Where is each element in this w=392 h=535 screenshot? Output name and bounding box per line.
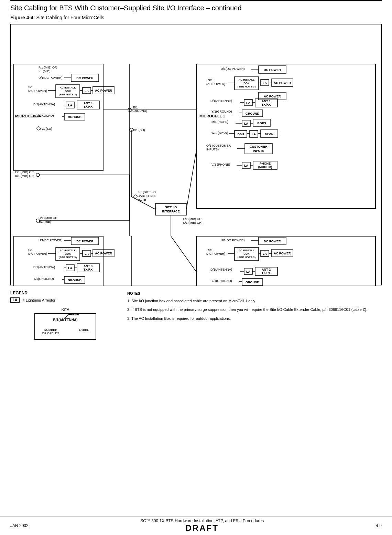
ant4-box: ANT 4 (84, 102, 92, 105)
la-description: = Lightning Arrestor (22, 298, 55, 302)
ac-power-mc3: AC POWER (95, 252, 112, 255)
g1-mib-label: G/1 (MIB) OR (39, 216, 58, 220)
la-mc2-ac: LA (263, 252, 267, 255)
svg-point-30 (134, 195, 137, 198)
footer-page: 4-9 (376, 523, 382, 528)
svg-text:NOTE: NOTE (138, 198, 146, 201)
la-mc3-ant: LA (68, 266, 72, 270)
svg-text:(MODEM): (MODEM) (258, 165, 272, 169)
svg-line-119 (186, 148, 197, 209)
p1-su-center: P/1 (SU) (133, 128, 145, 132)
ac-power-mc1: AC POWER (274, 81, 291, 85)
svg-point-22 (37, 127, 40, 130)
la-mc2-ant: LA (246, 270, 250, 273)
ground-mc3: GROUND (68, 279, 81, 282)
footer-title: SC™ 300 1X BTS Hardware Installation, AT… (140, 518, 264, 523)
footer-center: SC™ 300 1X BTS Hardware Installation, AT… (140, 518, 264, 533)
y1-gnd-mc2: Y/1(GROUND) (211, 279, 232, 283)
notes-area: NOTES 1: Site I/O junction box and assoc… (127, 291, 382, 340)
la-mc1-span: LA (252, 133, 256, 136)
customer-inputs-box: CUSTOMER (250, 145, 268, 148)
footer-date: JAN 2002 (10, 523, 29, 528)
page-title: Site Cabling for BTS With Customer–Suppl… (10, 2, 382, 12)
d1-ant-mc1: D/1(ANTENNA) (210, 99, 232, 103)
draft-watermark: DRAFT (140, 523, 264, 533)
ac-power-mc1-b: AC POWER (264, 95, 281, 98)
ac-install-mc4: AC INSTALL (60, 86, 76, 89)
svg-text:INPUTS: INPUTS (253, 149, 264, 153)
ground-mc1: GROUND (246, 112, 259, 115)
svg-text:(SEE NOTE 3): (SEE NOTE 3) (59, 93, 77, 96)
la-mc4-ant: LA (68, 104, 72, 107)
svg-text:TX/RX: TX/RX (84, 268, 93, 271)
svg-text:(AC POWER): (AC POWER) (28, 89, 47, 93)
la-mc1-ant: LA (246, 101, 250, 105)
dsu-box: DSU (237, 133, 244, 136)
svg-text:(AC POWER): (AC POWER) (206, 252, 225, 255)
svg-rect-74 (14, 236, 103, 286)
s1-ac-mc2: S/1 (208, 248, 213, 252)
b1-gnd-label: B/1 (133, 106, 138, 109)
y1-gnd-mc4: Y/1(GROUND) (33, 114, 54, 117)
key-number-label: NUMBER OF CABLES (42, 328, 59, 335)
svg-text:INPUTS): INPUTS) (206, 148, 219, 151)
ac-power-mc2: AC POWER (274, 252, 291, 255)
span-box: SPAN (265, 132, 273, 136)
key-example: B/1(ANTENNA) NAME (42, 318, 89, 322)
ant3-box: ANT 3 (84, 264, 92, 268)
ac-power-mc4: AC POWER (95, 89, 112, 92)
dc-power-mc1: DC POWER (264, 68, 281, 72)
svg-text:(SEE NOTE 3): (SEE NOTE 3) (238, 256, 256, 259)
svg-text:I/1 (MIB): I/1 (MIB) (39, 70, 51, 73)
legend-la: LA = Lightning Arrestor (10, 297, 120, 303)
footer: JAN 2002 SC™ 300 1X BTS Hardware Install… (0, 516, 392, 535)
s1-ac-mc3: S/1 (28, 248, 33, 252)
s1-ac-mc1: S/1 (208, 78, 213, 82)
y1-gnd-mc3: Y/1(GROUND) (33, 277, 54, 281)
svg-text:(SEE NOTE 3): (SEE NOTE 3) (59, 256, 77, 259)
u1-dc-mc1: U/1(DC POWER) (221, 67, 245, 71)
w1-span-label: W/1 (SPAN) (211, 131, 228, 135)
svg-point-25 (36, 173, 40, 177)
e1-left: E/1 (MIB) OR (15, 170, 34, 174)
dc-power-box-mc4: DC POWER (76, 76, 94, 80)
ac-install-mc2: AC INSTALL (239, 249, 255, 252)
z1-site-label: Z/1 (SITE I/O (138, 190, 156, 194)
ground-mc2: GROUND (246, 281, 259, 284)
notes-title: NOTES (127, 291, 382, 297)
svg-text:BOX: BOX (243, 82, 250, 85)
legend-area: LEGEND LA = Lightning Arrestor KEY B/1(A… (10, 291, 120, 340)
svg-text:(SEE NOTE 3): (SEE NOTE 3) (238, 85, 256, 88)
s1-ac-label-mc4: S/1 (28, 85, 33, 89)
key-label-text: LABEL (79, 328, 89, 335)
note3: 3. The AC Installation Box is required f… (127, 316, 382, 322)
svg-line-121 (171, 236, 197, 272)
svg-text:BOX: BOX (65, 252, 71, 255)
ant1-box: ANT 1 (262, 99, 271, 103)
o1-cust-label: O/1 (CUSTOMER (206, 144, 231, 147)
la-symbol: LA (10, 297, 20, 303)
d1-ant-mc2: D/1(ANTENNA) (210, 268, 232, 271)
svg-text:CABLE) SEE: CABLE) SEE (138, 194, 156, 198)
la-mc3-ac: LA (85, 252, 89, 255)
v1-phone-label: V/1 (PHONE) (211, 163, 230, 166)
m1-rgps-label: M/1 (RGPS) (211, 120, 228, 124)
site-io-box: SITE I/O (165, 206, 177, 209)
figure-caption: Figure 4-4: Site Cabling for Four MicroC… (10, 15, 382, 20)
f1-mib-label: F/1 (MIB) OR (39, 66, 57, 69)
ground-mc4: GROUND (68, 115, 81, 119)
legend-title: LEGEND (10, 291, 120, 295)
e1-center: E/1 (MIB) OR (183, 217, 202, 221)
svg-text:TX/RX: TX/RX (262, 103, 271, 106)
u1-dc-mc2: U/1(DC POWER) (221, 239, 245, 242)
p1-su-mc4: P/1 (SU) (40, 127, 52, 130)
ac-install-mc1: AC INSTALL (239, 78, 255, 81)
rgps-box: RGPS (257, 122, 266, 125)
la-mc1-ac: LA (263, 81, 267, 85)
la-mc1-phone: LA (244, 164, 248, 167)
u1-dc-mc3: U/1(DC POWER) (39, 239, 63, 242)
phone-modem-box: PHONE (260, 162, 271, 165)
svg-text:TX/RX: TX/RX (262, 271, 271, 275)
key-name-label: NAME (71, 313, 79, 316)
svg-text:TX/RX: TX/RX (84, 105, 93, 108)
